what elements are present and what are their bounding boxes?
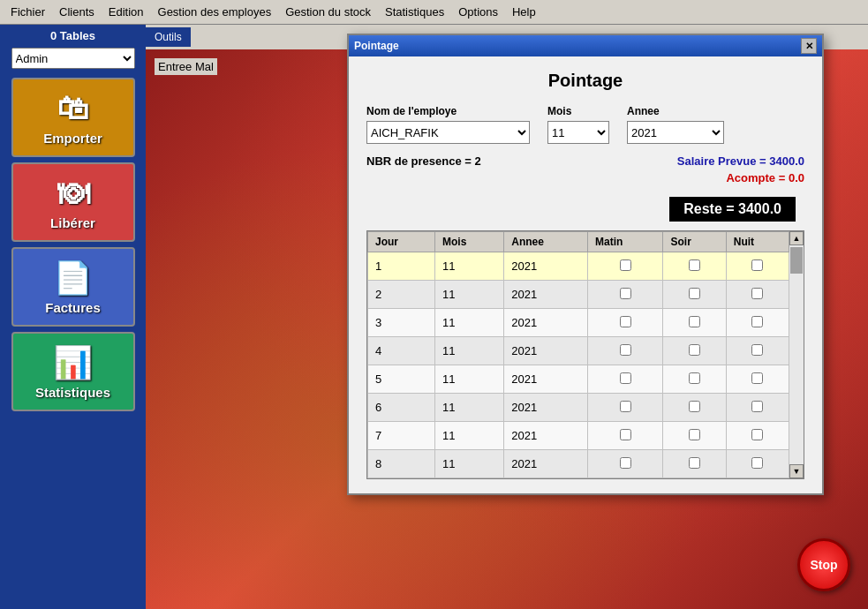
attendance-table: Jour Mois Annee Matin Soir Nuit	[367, 231, 789, 478]
checkbox-nuit[interactable]	[751, 316, 763, 327]
menu-gestion-employes[interactable]: Gestion des employes	[151, 3, 279, 21]
table-row: 3112021	[368, 309, 789, 337]
scroll-down-button[interactable]: ▼	[789, 464, 804, 478]
cell-mois: 11	[434, 394, 503, 422]
cell-nuit	[726, 337, 789, 365]
background-area: Outils Entree Mal Stop Ouedkniss.com Poi…	[146, 25, 868, 609]
checkbox-soir[interactable]	[689, 344, 700, 356]
cell-matin	[588, 252, 663, 281]
statistiques-button[interactable]: 📊 Statistiques	[11, 332, 135, 411]
liberer-icon: 🍽	[57, 175, 89, 212]
checkbox-matin[interactable]	[620, 259, 631, 271]
cell-nuit	[726, 394, 789, 422]
checkbox-soir[interactable]	[689, 372, 700, 384]
cell-annee: 2021	[504, 337, 588, 365]
employe-field: Nom de l'employe AICH_RAFIK	[366, 105, 530, 144]
cell-mois: 11	[434, 281, 503, 309]
dialog-body: Pointage Nom de l'employe AICH_RAFIK Moi…	[349, 56, 822, 493]
checkbox-matin[interactable]	[620, 316, 631, 327]
col-annee: Annee	[504, 232, 588, 252]
cell-mois: 11	[434, 450, 503, 478]
checkbox-soir[interactable]	[689, 429, 700, 440]
menu-options[interactable]: Options	[451, 3, 505, 21]
cell-soir	[663, 337, 726, 365]
right-info: Salaire Prevue = 3400.0 Acompte = 0.0	[677, 154, 804, 184]
table-row: 7112021	[368, 422, 789, 450]
checkbox-matin[interactable]	[620, 288, 631, 299]
employe-select[interactable]: AICH_RAFIK	[366, 121, 530, 144]
checkbox-matin[interactable]	[620, 457, 631, 469]
checkbox-nuit[interactable]	[751, 401, 763, 412]
cell-nuit	[726, 365, 789, 394]
cell-nuit	[726, 450, 789, 478]
table-row: 1112021	[368, 252, 789, 281]
form-row: Nom de l'employe AICH_RAFIK Mois 11	[366, 105, 804, 144]
checkbox-matin[interactable]	[620, 429, 631, 440]
cell-nuit	[726, 252, 789, 281]
cell-annee: 2021	[504, 309, 588, 337]
outils-tab[interactable]: Outils	[146, 27, 191, 47]
checkbox-soir[interactable]	[689, 401, 700, 412]
cell-annee: 2021	[504, 450, 588, 478]
cell-soir	[663, 365, 726, 394]
menu-help[interactable]: Help	[505, 3, 543, 21]
checkbox-matin[interactable]	[620, 344, 631, 356]
liberer-button[interactable]: 🍽 Libérer	[11, 162, 135, 242]
cell-jour: 8	[368, 450, 435, 478]
admin-select-wrap: Admin	[11, 48, 135, 69]
checkbox-soir[interactable]	[689, 316, 700, 327]
scroll-track	[789, 245, 804, 464]
checkbox-nuit[interactable]	[751, 344, 763, 356]
menu-gestion-stock[interactable]: Gestion du stock	[278, 3, 378, 21]
attendance-table-wrap: Jour Mois Annee Matin Soir Nuit	[366, 230, 804, 479]
checkbox-soir[interactable]	[689, 288, 700, 299]
cell-soir	[663, 309, 726, 337]
table-row: 6112021	[368, 394, 789, 422]
table-row: 4112021	[368, 337, 789, 365]
checkbox-nuit[interactable]	[751, 259, 763, 271]
col-soir: Soir	[663, 232, 726, 252]
checkbox-soir[interactable]	[689, 457, 700, 469]
table-row: 5112021	[368, 365, 789, 394]
cell-soir	[663, 281, 726, 309]
menubar: Fichier Clients Edition Gestion des empl…	[0, 0, 868, 25]
statistiques-icon: 📊	[53, 344, 93, 381]
admin-select[interactable]: Admin	[11, 48, 135, 69]
menu-edition[interactable]: Edition	[102, 3, 151, 21]
cell-matin	[588, 281, 663, 309]
emporter-button[interactable]: 🛍 Emporter	[11, 78, 135, 157]
checkbox-matin[interactable]	[620, 372, 631, 384]
dialog-title: Pointage	[366, 71, 804, 91]
cell-matin	[588, 394, 663, 422]
mois-select[interactable]: 11	[547, 121, 609, 144]
menu-statistiques[interactable]: Statistiques	[378, 3, 451, 21]
menu-clients[interactable]: Clients	[52, 3, 102, 21]
emporter-label: Emporter	[43, 131, 102, 146]
scrollbar[interactable]: ▲ ▼	[789, 231, 804, 478]
cell-annee: 2021	[504, 281, 588, 309]
cell-matin	[588, 337, 663, 365]
checkbox-soir[interactable]	[689, 259, 700, 271]
col-matin: Matin	[588, 232, 663, 252]
menu-fichier[interactable]: Fichier	[4, 3, 52, 21]
scroll-up-button[interactable]: ▲	[789, 231, 804, 245]
scroll-thumb[interactable]	[790, 247, 803, 274]
checkbox-nuit[interactable]	[751, 372, 763, 384]
col-jour: Jour	[368, 232, 435, 252]
cell-annee: 2021	[504, 365, 588, 394]
cell-matin	[588, 422, 663, 450]
cell-jour: 3	[368, 309, 435, 337]
checkbox-matin[interactable]	[620, 401, 631, 412]
dialog-title-bar-text: Pointage	[354, 40, 399, 52]
checkbox-nuit[interactable]	[751, 288, 763, 299]
factures-button[interactable]: 📄 Factures	[11, 247, 135, 327]
annee-select[interactable]: 2021	[627, 121, 724, 144]
dialog-close-button[interactable]: ✕	[801, 38, 817, 54]
stop-button[interactable]: Stop	[797, 538, 850, 591]
checkbox-nuit[interactable]	[751, 457, 763, 469]
col-nuit: Nuit	[726, 232, 789, 252]
checkbox-nuit[interactable]	[751, 429, 763, 440]
cell-mois: 11	[434, 309, 503, 337]
cell-nuit	[726, 422, 789, 450]
cell-jour: 4	[368, 337, 435, 365]
